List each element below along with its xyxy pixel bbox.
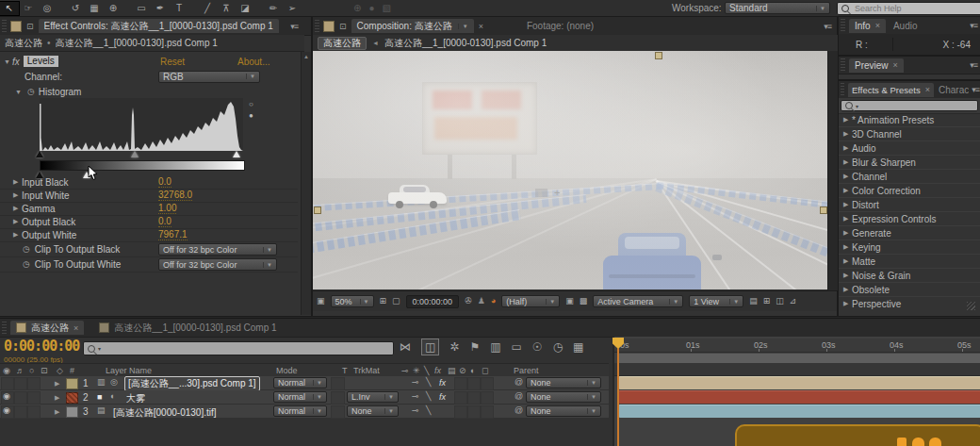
- layer-duration-bar-1[interactable]: [618, 376, 980, 389]
- tab-timeline-inactive[interactable]: 高速公路__1_[0000-0130].psd Comp 1: [93, 321, 282, 335]
- layer-name-selected[interactable]: [高速公路__...30].psd Comp 1]: [124, 376, 260, 391]
- effects-category[interactable]: ▶Keying: [839, 240, 980, 254]
- gamma-slider[interactable]: [131, 151, 139, 157]
- current-time-display[interactable]: 0:00:00:00: [406, 295, 460, 308]
- show-snapshot-icon[interactable]: ♟: [478, 297, 485, 306]
- composition-viewer[interactable]: +: [313, 51, 827, 289]
- shy-switch-icon[interactable]: ⊸: [412, 406, 419, 415]
- panel-menu-icon[interactable]: ▾≡: [972, 85, 979, 94]
- panel-drag-handle[interactable]: [841, 58, 845, 72]
- mode-column[interactable]: Mode: [276, 366, 298, 375]
- threed-switch[interactable]: [481, 405, 494, 419]
- pan-behind-tool[interactable]: ⊕: [104, 2, 122, 15]
- motion-blur-icon[interactable]: ▥: [490, 340, 500, 354]
- rotation-tool[interactable]: ↺: [66, 2, 85, 15]
- param-row[interactable]: ▶ Output White 7967.1: [0, 228, 298, 242]
- adjustment-switch[interactable]: [467, 377, 481, 390]
- effect-expander-icon[interactable]: ▼: [4, 58, 12, 65]
- close-tab-icon[interactable]: ×: [893, 60, 898, 70]
- stopwatch-icon[interactable]: ◷: [23, 245, 30, 254]
- zoom-tool[interactable]: ◎: [38, 2, 57, 15]
- panel-drag-handle[interactable]: [315, 20, 319, 33]
- pickwhip-icon[interactable]: @: [514, 392, 523, 401]
- param-row[interactable]: ▶ Input Black 0.0: [0, 175, 298, 190]
- adjustment-switch[interactable]: [467, 405, 481, 419]
- param-row[interactable]: ▶ Gamma 1.00: [0, 202, 298, 216]
- grid-guides-icon[interactable]: ⊞: [380, 297, 387, 306]
- camera-tool[interactable]: ▦: [85, 2, 104, 15]
- composition-mini-flowchart-icon[interactable]: ⋈: [400, 340, 411, 354]
- close-tab-icon[interactable]: ×: [875, 21, 880, 30]
- collapse-transformations-icon[interactable]: ◎: [110, 378, 118, 387]
- selection-tool[interactable]: ↖: [0, 2, 19, 15]
- effects-category[interactable]: ▶Distort: [839, 197, 980, 211]
- tab-audio[interactable]: Audio: [888, 19, 923, 33]
- quality-switch-icon[interactable]: ╲: [426, 406, 431, 415]
- audio-switch[interactable]: [14, 377, 27, 390]
- preserve-transparency-switch[interactable]: [331, 377, 345, 390]
- panel-lock-icon[interactable]: ⊡: [339, 22, 347, 31]
- trkmat-column[interactable]: TrkMat: [353, 366, 380, 375]
- clone-stamp-tool[interactable]: ⊼: [217, 2, 236, 15]
- param-row[interactable]: ▶ Output Black 0.0: [0, 215, 298, 229]
- clip-white-dropdown[interactable]: Off for 32 bpc Color▼: [158, 258, 277, 271]
- magnification-dropdown[interactable]: 50%▼: [331, 295, 374, 307]
- clip-black-dropdown[interactable]: Off for 32 bpc Color▼: [158, 243, 277, 256]
- input-white-slider[interactable]: [233, 151, 240, 157]
- graph-editor-icon[interactable]: ▦: [573, 340, 583, 354]
- effects-category[interactable]: ▶Blur & Sharpen: [839, 155, 980, 169]
- panel-resize-grip[interactable]: [967, 302, 975, 310]
- quality-switch-icon[interactable]: ╲: [426, 392, 431, 401]
- shy-switch-icon[interactable]: ⊸: [412, 392, 419, 401]
- effects-category[interactable]: ▶3D Channel: [839, 126, 980, 140]
- param-value[interactable]: 32768.0: [158, 190, 192, 201]
- close-tab-icon[interactable]: ×: [74, 323, 78, 333]
- threed-switch[interactable]: [481, 377, 494, 390]
- effect-name[interactable]: Levels: [24, 56, 58, 67]
- video-switch[interactable]: ◉: [1, 391, 14, 405]
- timeline-search-box[interactable]: ▾: [83, 341, 394, 355]
- effects-category[interactable]: ▶Generate: [839, 225, 980, 240]
- fast-preview-icon[interactable]: ⊞: [763, 297, 771, 306]
- timeline-button-icon[interactable]: ◫: [776, 297, 784, 306]
- panel-lock-icon[interactable]: ⊡: [26, 22, 34, 31]
- layer-name[interactable]: 大雾: [126, 392, 145, 405]
- layer-expander-icon[interactable]: ▶: [55, 408, 63, 416]
- chevron-down-icon[interactable]: ▼: [458, 24, 468, 29]
- layer-duration-bar-3[interactable]: [618, 405, 980, 418]
- histogram-expander-icon[interactable]: ▼: [15, 89, 24, 95]
- workspace-dropdown[interactable]: Standard▼: [725, 2, 830, 14]
- layer-row[interactable]: ◉ ▶ 2 ■ ◐ 大雾 Normal▼ L.Inv▼ ⊸ ╲ fx @ N: [0, 390, 609, 404]
- pixel-aspect-icon[interactable]: ▤: [749, 297, 758, 306]
- pickwhip-icon[interactable]: @: [514, 378, 523, 387]
- time-ruler[interactable]: 0s 01s 02s 03s 04s 05s: [614, 339, 980, 353]
- roto-brush-tool[interactable]: ✏: [264, 2, 283, 15]
- close-tab-icon[interactable]: ×: [479, 22, 483, 31]
- shape-tool[interactable]: ▭: [132, 2, 151, 15]
- layer-expander-icon[interactable]: ▶: [55, 394, 63, 402]
- preserve-transparency-switch[interactable]: [331, 391, 345, 405]
- effects-category[interactable]: ▶Channel: [839, 169, 980, 183]
- layer-name-column[interactable]: Layer Name: [106, 366, 152, 375]
- layer-row[interactable]: ▶ 1 ▥ ◎ [高速公路__...30].psd Comp 1] Normal…: [0, 376, 609, 389]
- current-time-block[interactable]: 0:00:00:00 00000 (25.00 fps): [4, 338, 79, 364]
- trkmat-dropdown[interactable]: L.Inv▼: [347, 391, 399, 403]
- panel-menu-icon[interactable]: ▾≡: [290, 22, 298, 31]
- layer-label-swatch[interactable]: [66, 378, 78, 389]
- audio-switch[interactable]: [14, 405, 27, 419]
- frame-blending-icon[interactable]: ⚑: [469, 340, 480, 354]
- layer-duration-bar-2[interactable]: [618, 390, 980, 404]
- snapshot-icon[interactable]: ✇: [465, 297, 472, 306]
- transparency-grid-icon[interactable]: ▩: [580, 297, 588, 306]
- histogram-mode-radio-off[interactable]: ○: [249, 100, 253, 108]
- video-switch[interactable]: [1, 377, 14, 390]
- parent-column[interactable]: Parent: [514, 366, 539, 375]
- tab-preview[interactable]: Preview ×: [849, 58, 904, 73]
- param-value[interactable]: 7967.1: [158, 229, 188, 240]
- viewer-scrollbar[interactable]: [827, 51, 838, 290]
- reset-effect-link[interactable]: Reset: [160, 57, 185, 67]
- flowchart-button-icon[interactable]: ⊿: [790, 297, 797, 306]
- param-value[interactable]: 0.0: [158, 176, 172, 188]
- preserve-transparency-switch[interactable]: [331, 405, 345, 419]
- threed-switch[interactable]: [481, 391, 494, 405]
